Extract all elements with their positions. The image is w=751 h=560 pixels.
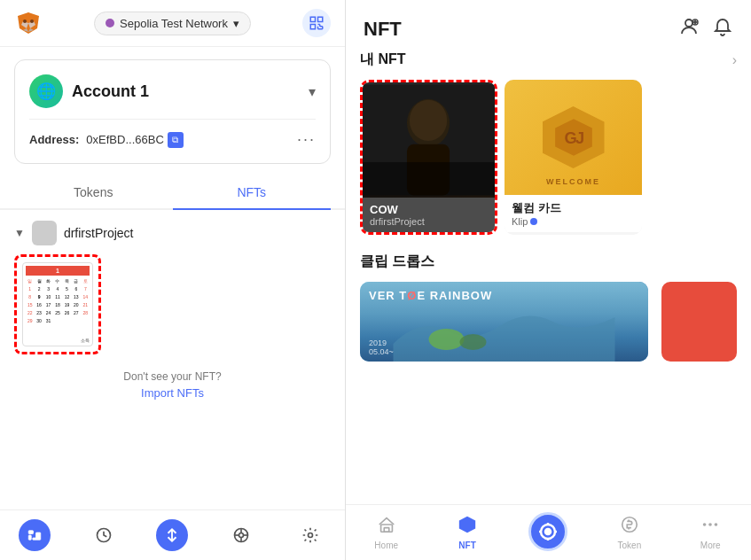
nft-item-dashed[interactable]: 1 일월화 수목금 토 123 456 7 8910 111213 14 151… (14, 254, 101, 354)
divider (29, 119, 316, 120)
address-label: Address: (29, 133, 79, 146)
nft-calendar-image: 1 일월화 수목금 토 123 456 7 8910 111213 14 151… (22, 262, 93, 346)
bottom-nav-right: Home NFT (346, 504, 751, 560)
nav-history-button[interactable] (88, 519, 120, 551)
nav-token-item[interactable]: Token (603, 515, 656, 550)
svg-point-56 (715, 523, 718, 526)
network-chevron-icon: ▾ (233, 17, 239, 30)
svg-marker-44 (459, 517, 475, 533)
klip-drops-header: 클립 드롭스 (360, 253, 737, 271)
right-panel: NFT 내 NFT › (346, 0, 751, 560)
collection-header: ▼ drfirstProject (14, 221, 331, 245)
klip-drops-section: 클립 드롭스 VER TØE RAINBOW 201905.04~ (360, 253, 737, 362)
right-header-icons (678, 16, 733, 42)
klip-verified-dot (530, 218, 537, 225)
nav-scan-item[interactable] (521, 512, 575, 553)
account-card: 🌐 Account 1 ▾ Address: 0xEfBD...66BC ⧉ ·… (14, 59, 331, 164)
home-icon (377, 515, 396, 539)
left-panel: Sepolia Test Network ▾ 🌐 Account 1 (0, 0, 346, 560)
nav-more-item[interactable]: More (684, 515, 737, 550)
nav-back-button[interactable] (19, 519, 51, 551)
rainbow-card-date: 201905.04~ (369, 338, 394, 356)
nft-cow-info: COW drfirstProject (363, 198, 495, 232)
svg-rect-36 (407, 144, 450, 196)
address-value: 0xEfBD...66BC ⧉ (86, 132, 183, 148)
network-selector-button[interactable]: Sepolia Test Network ▾ (94, 12, 251, 35)
account-info: 🌐 Account 1 (29, 74, 149, 108)
nft-cow-subtitle: drfirstProject (370, 216, 488, 227)
my-nft-title: 내 NFT (360, 51, 406, 69)
svg-rect-9 (318, 17, 323, 21)
nav-nft-label: NFT (458, 541, 475, 550)
nav-more-label: More (700, 541, 721, 550)
nav-home-label: Home (374, 541, 398, 550)
my-nft-arrow-icon[interactable]: › (732, 52, 737, 68)
svg-point-6 (23, 19, 27, 23)
nft-welcome-info: 웰컴 카드 Klip (505, 195, 642, 232)
red-partial-card[interactable] (661, 282, 737, 362)
metamask-logo[interactable] (14, 9, 43, 37)
nav-explore-button[interactable] (225, 519, 257, 551)
klip-drops-title: 클립 드롭스 (360, 253, 434, 271)
klip-drops-rainbow-card[interactable]: VER TØE RAINBOW 201905.04~ (360, 282, 648, 362)
svg-rect-43 (384, 528, 389, 533)
account-top-row: 🌐 Account 1 ▾ (29, 74, 316, 108)
tabs-container: Tokens NFTs (0, 176, 345, 210)
right-content: 내 NFT › COW drfirstProject (346, 51, 751, 504)
nav-nft-item[interactable]: NFT (441, 515, 494, 550)
nft-section: ▼ drfirstProject 1 일월화 수목금 토 123 456 7 8… (0, 210, 345, 509)
dont-see-text: Don't see your NFT? (14, 370, 331, 383)
klip-hexagon-icon: GJ (543, 106, 605, 168)
nav-settings-button[interactable] (294, 519, 326, 551)
nft-welcome-title: 웰컴 카드 (512, 200, 635, 216)
network-label: Sepolia Test Network (120, 17, 228, 30)
right-header: NFT (346, 0, 751, 51)
page-title: NFT (364, 18, 402, 41)
nft-welcome-image: GJ WELCOME (505, 80, 642, 195)
svg-text:GJ: GJ (564, 128, 583, 147)
svg-point-7 (30, 19, 34, 23)
bottom-nav-left (0, 509, 345, 560)
avatar: 🌐 (29, 74, 63, 108)
svg-point-40 (429, 329, 465, 350)
copy-address-button[interactable]: ⧉ (168, 132, 184, 148)
account-name: Account 1 (72, 82, 149, 101)
header: Sepolia Test Network ▾ (0, 0, 345, 47)
nft-cards-row: COW drfirstProject GJ WELCOME 웰컴 카드 (360, 80, 737, 235)
svg-rect-18 (28, 535, 31, 540)
nav-home-item[interactable]: Home (360, 515, 413, 550)
nft-cow-title: COW (370, 203, 488, 216)
svg-point-55 (708, 523, 712, 526)
collection-icon (32, 221, 57, 245)
address-text: 0xEfBD...66BC (86, 133, 163, 146)
collection-toggle-icon[interactable]: ▼ (14, 227, 25, 239)
address-more-button[interactable]: ··· (297, 130, 316, 149)
import-nfts-button[interactable]: Import NFTs (14, 386, 331, 400)
tab-nfts[interactable]: NFTs (173, 176, 332, 210)
scan-button[interactable] (302, 9, 331, 37)
notification-bell-icon-button[interactable] (712, 16, 733, 42)
nav-transfer-button[interactable] (156, 519, 188, 551)
nft-cow-image (363, 82, 495, 198)
nav-token-label: Token (618, 541, 642, 550)
svg-point-41 (460, 334, 487, 350)
my-nft-section-header: 내 NFT › (360, 51, 737, 69)
network-status-dot (106, 19, 114, 27)
svg-rect-20 (35, 533, 40, 540)
svg-point-46 (545, 529, 551, 534)
collection-name: drfirstProject (64, 226, 134, 240)
nft-welcome-subtitle: Klip (512, 216, 635, 227)
svg-rect-17 (28, 531, 33, 534)
account-chevron-icon[interactable]: ▾ (309, 83, 316, 100)
nft-card-welcome[interactable]: GJ WELCOME 웰컴 카드 Klip (505, 80, 642, 235)
svg-rect-8 (310, 17, 315, 21)
rainbow-card-text: VER TØE RAINBOW (369, 289, 492, 302)
address-row: Address: 0xEfBD...66BC ⧉ ··· (29, 130, 316, 149)
tab-tokens[interactable]: Tokens (14, 176, 173, 210)
svg-point-24 (239, 533, 244, 538)
svg-point-54 (703, 523, 707, 526)
svg-point-37 (410, 100, 447, 141)
nft-card-cow[interactable]: COW drfirstProject (360, 80, 497, 235)
profile-icon-button[interactable] (678, 16, 700, 42)
welcome-label: WELCOME (505, 177, 642, 186)
